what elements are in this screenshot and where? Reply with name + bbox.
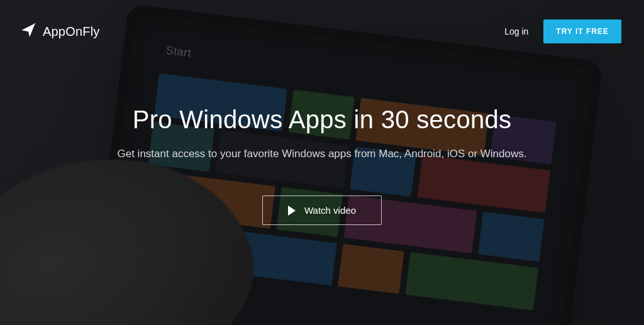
header-nav: Log in TRY IT FREE — [504, 19, 621, 43]
brand-name: AppOnFly — [43, 25, 100, 39]
watch-video-label: Watch video — [304, 205, 356, 216]
login-link[interactable]: Log in — [504, 26, 528, 36]
watch-video-button[interactable]: Watch video — [262, 196, 382, 225]
try-free-button[interactable]: TRY IT FREE — [543, 19, 621, 43]
landing-page: Start — [0, 0, 644, 325]
hero-headline: Pro Windows Apps in 30 seconds — [25, 106, 619, 134]
site-header: AppOnFly Log in TRY IT FREE — [0, 0, 644, 50]
brand-link[interactable]: AppOnFly — [20, 22, 100, 41]
hero-section: Pro Windows Apps in 30 seconds Get insta… — [0, 106, 644, 225]
paper-plane-icon — [20, 22, 36, 41]
play-icon — [288, 206, 296, 216]
hero-subhead: Get instant access to your favorite Wind… — [25, 148, 619, 160]
